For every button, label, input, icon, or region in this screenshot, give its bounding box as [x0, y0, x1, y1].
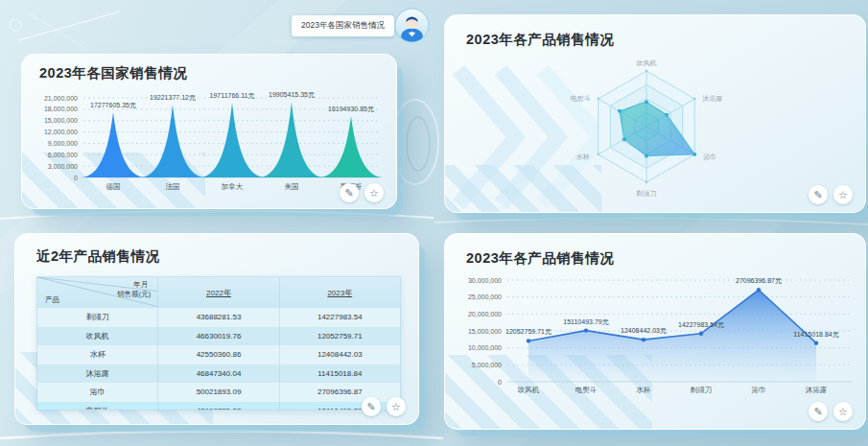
svg-text:19711766.11元: 19711766.11元 — [210, 92, 255, 99]
panel-country-sales: 2023年各国家销售情况 03,000,0006,000,0009,000,00… — [21, 54, 397, 209]
sales-value-2022: 42550360.86 — [158, 345, 279, 364]
table-row[interactable]: 沐浴露46847340.0411415018.84 — [37, 364, 400, 384]
edit-icon: ✎ — [366, 401, 375, 413]
sales-value-2023: 12408442.03 — [280, 345, 400, 364]
dashboard: 2023年各国家销售情况 2023年各国家销售情况 03,000,0006,00… — [0, 0, 868, 446]
svg-text:0: 0 — [498, 379, 502, 386]
product-name: 吹风机 — [37, 327, 158, 346]
svg-text:吹风机: 吹风机 — [518, 386, 540, 394]
svg-text:11415018.84元: 11415018.84元 — [793, 331, 838, 338]
table-row[interactable]: 水杯42550360.8612408442.03 — [37, 345, 400, 364]
table-row[interactable]: 吹风机46630019.7612052759.71 — [37, 327, 400, 346]
edit-button[interactable]: ✎ — [809, 185, 828, 204]
svg-text:19905415.35元: 19905415.35元 — [269, 91, 315, 98]
panel-two-year-table: 近2年产品销售情况 年月销售额(元)产品2022年2023年剃须刀4368828… — [14, 233, 419, 425]
panel-product-line: 2023年各产品销售情况 05,000,00010,000,00015,000,… — [444, 233, 866, 430]
edit-icon: ✎ — [813, 189, 822, 201]
svg-text:17277605.35元: 17277605.35元 — [90, 102, 136, 108]
svg-text:剃须刀: 剃须刀 — [690, 386, 713, 394]
panel-title: 2023年各国家销售情况 — [39, 64, 187, 82]
table-corner-cell: 年月销售额(元)产品 — [37, 277, 158, 308]
table-year-header[interactable]: 2022年 — [158, 277, 279, 308]
product-name: 浴巾 — [37, 383, 158, 402]
sales-value-2022: 42999735.23 — [158, 402, 279, 411]
svg-text:19221377.12元: 19221377.12元 — [150, 94, 196, 101]
sales-value-2023: 11415018.84 — [280, 364, 400, 384]
svg-text:德国: 德国 — [106, 182, 121, 191]
svg-text:浴巾: 浴巾 — [703, 153, 716, 161]
svg-text:6,000,000: 6,000,000 — [48, 152, 78, 158]
product-name: 沐浴露 — [37, 364, 158, 384]
user-avatar[interactable] — [394, 8, 430, 43]
svg-text:12408442.03元: 12408442.03元 — [621, 327, 667, 334]
edit-button[interactable]: ✎ — [340, 183, 359, 202]
favorite-button[interactable]: ☆ — [364, 183, 384, 202]
two-year-table: 年月销售额(元)产品2022年2023年剃须刀43688281.53142279… — [36, 276, 401, 411]
svg-text:9,000,000: 9,000,000 — [48, 140, 78, 147]
svg-text:16194930.85元: 16194930.85元 — [328, 106, 374, 112]
svg-text:水杯: 水杯 — [576, 153, 590, 160]
product-name: 水杯 — [37, 345, 158, 364]
dashboard-title-chip[interactable]: 2023年各国家销售情况 — [292, 15, 394, 36]
svg-text:浴巾: 浴巾 — [752, 386, 766, 394]
panel-title: 近2年产品销售情况 — [36, 247, 160, 266]
country-peaks-chart: 03,000,0006,000,0009,000,00012,000,00015… — [30, 85, 392, 193]
panel-product-radar: 2023年各产品销售情况 吹风机沐浴露浴巾剃须刀水杯电熨斗 ✎ ☆ — [444, 14, 866, 213]
svg-text:吹风机: 吹风机 — [637, 59, 657, 67]
star-icon: ☆ — [838, 406, 848, 418]
table-row[interactable]: 电熨斗42999735.2315110493.79 — [37, 402, 400, 411]
user-avatar-icon — [394, 8, 430, 43]
svg-text:30,000,000: 30,000,000 — [468, 277, 502, 284]
svg-text:12,000,000: 12,000,000 — [44, 129, 78, 135]
panel-actions: ✎ ☆ — [809, 402, 853, 421]
svg-text:法国: 法国 — [166, 182, 180, 191]
svg-text:沐浴露: 沐浴露 — [702, 95, 722, 103]
star-icon: ☆ — [369, 187, 379, 200]
svg-text:10,000,000: 10,000,000 — [468, 344, 502, 351]
sales-value-2022: 46847340.04 — [158, 364, 279, 384]
sales-value-2023: 12052759.71 — [280, 327, 400, 346]
table-row[interactable]: 浴巾50021893.0927096396.87 — [37, 383, 400, 402]
star-icon: ☆ — [838, 189, 848, 201]
svg-text:21,000,000: 21,000,000 — [44, 95, 78, 102]
svg-text:加拿大: 加拿大 — [221, 182, 244, 191]
table-year-header[interactable]: 2023年 — [280, 277, 400, 308]
edit-icon: ✎ — [344, 187, 353, 200]
panel-title: 2023年各产品销售情况 — [466, 249, 614, 268]
edit-button[interactable]: ✎ — [809, 402, 828, 421]
svg-text:12052759.71元: 12052759.71元 — [505, 328, 551, 335]
svg-text:25,000,000: 25,000,000 — [468, 293, 502, 300]
star-icon: ☆ — [391, 401, 401, 413]
edit-button[interactable]: ✎ — [362, 397, 381, 416]
sales-value-2022: 50021893.09 — [158, 383, 279, 402]
svg-text:0: 0 — [74, 175, 78, 181]
table-header-row: 年月销售额(元)产品2022年2023年 — [37, 277, 400, 308]
product-name: 剃须刀 — [37, 308, 158, 327]
svg-text:电熨斗: 电熨斗 — [571, 95, 591, 103]
svg-text:3,000,000: 3,000,000 — [48, 163, 78, 170]
panel-actions: ✎ ☆ — [362, 397, 406, 416]
product-name: 电熨斗 — [37, 402, 158, 411]
svg-text:14227983.54元: 14227983.54元 — [678, 321, 724, 328]
svg-text:15,000,000: 15,000,000 — [468, 328, 502, 335]
sales-value-2022: 43688281.53 — [158, 308, 279, 327]
favorite-button[interactable]: ☆ — [833, 402, 853, 421]
panel-actions: ✎ ☆ — [340, 183, 384, 202]
svg-text:5,000,000: 5,000,000 — [472, 362, 502, 368]
panel-actions: ✎ ☆ — [809, 185, 853, 204]
svg-text:27096396.87元: 27096396.87元 — [736, 277, 782, 284]
sales-value-2023: 14227983.54 — [280, 308, 400, 327]
svg-text:美国: 美国 — [285, 182, 299, 191]
svg-text:20,000,000: 20,000,000 — [468, 311, 502, 317]
sales-value-2022: 46630019.76 — [158, 327, 279, 346]
svg-text:水杯: 水杯 — [636, 386, 652, 394]
svg-text:电熨斗: 电熨斗 — [575, 386, 598, 394]
table-row[interactable]: 剃须刀43688281.5314227983.54 — [37, 308, 400, 327]
edit-icon: ✎ — [813, 406, 822, 418]
favorite-button[interactable]: ☆ — [833, 185, 853, 204]
product-line-chart: 05,000,00010,000,00015,000,00020,000,000… — [445, 274, 866, 399]
svg-text:18,000,000: 18,000,000 — [44, 106, 78, 112]
svg-text:15,000,000: 15,000,000 — [44, 117, 78, 124]
favorite-button[interactable]: ☆ — [387, 397, 406, 416]
svg-text:15110493.79元: 15110493.79元 — [563, 318, 608, 325]
